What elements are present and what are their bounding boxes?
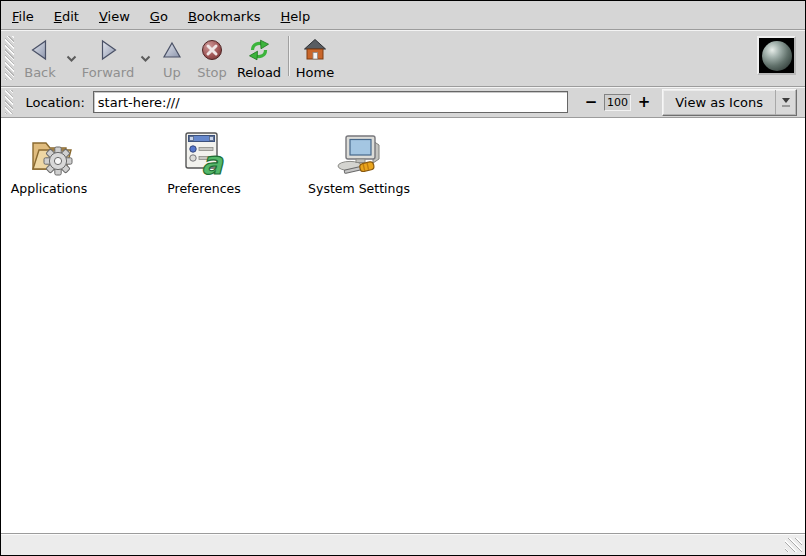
- preferences-window-icon: a: [180, 129, 228, 177]
- home-icon: [303, 36, 327, 63]
- location-bar: Location: − 100 + View as Icons: [1, 87, 805, 118]
- reload-icon: [247, 36, 271, 63]
- applications-folder-gear-icon: [25, 129, 73, 177]
- forward-history-dropdown[interactable]: [137, 52, 153, 66]
- toolbar-grip-handle[interactable]: [5, 36, 14, 80]
- icon-system-settings-label: System Settings: [308, 181, 410, 196]
- home-button[interactable]: Home: [292, 30, 338, 80]
- resize-grip[interactable]: [785, 538, 802, 552]
- throbber-sphere-icon: [762, 41, 792, 71]
- stop-button-label: Stop: [197, 65, 227, 80]
- up-button[interactable]: Up: [153, 30, 191, 80]
- location-input[interactable]: [93, 91, 568, 113]
- stop-icon: [200, 36, 224, 63]
- menu-view[interactable]: View: [89, 6, 140, 27]
- up-arrow-icon: [161, 36, 183, 63]
- reload-button[interactable]: Reload: [233, 30, 285, 80]
- stop-button[interactable]: Stop: [191, 30, 233, 80]
- back-button[interactable]: Back: [17, 30, 63, 80]
- chevron-down-icon: [140, 55, 151, 63]
- view-as-dropdown[interactable]: View as Icons: [662, 89, 797, 116]
- toolbar-separator: [288, 36, 289, 76]
- icon-applications[interactable]: Applications: [1, 118, 97, 196]
- reload-button-label: Reload: [237, 65, 281, 80]
- system-settings-computer-icon: [335, 129, 383, 177]
- icon-system-settings[interactable]: System Settings: [311, 118, 407, 196]
- menu-help[interactable]: Help: [271, 6, 321, 27]
- up-button-label: Up: [163, 65, 181, 80]
- chevron-down-icon: [66, 55, 77, 63]
- zoom-in-button[interactable]: +: [636, 94, 653, 110]
- status-bar: [1, 533, 805, 555]
- menu-edit[interactable]: Edit: [44, 6, 89, 27]
- zoom-out-button[interactable]: −: [583, 94, 600, 110]
- forward-button[interactable]: Forward: [79, 30, 137, 80]
- tool-bar: Back Forward U: [1, 30, 805, 87]
- locationbar-grip-handle[interactable]: [5, 90, 13, 114]
- icon-view-pane: Applications a Preferences: [1, 118, 805, 533]
- nautilus-window: File Edit View Go Bookmarks Help Back: [0, 0, 806, 556]
- combo-arrow-icon: [775, 90, 796, 115]
- back-arrow-icon: [28, 36, 52, 63]
- zoom-level-indicator[interactable]: 100: [604, 94, 630, 111]
- icon-applications-label: Applications: [11, 181, 87, 196]
- back-button-label: Back: [24, 65, 56, 80]
- location-label: Location:: [25, 95, 84, 110]
- menu-bar: File Edit View Go Bookmarks Help: [1, 1, 805, 30]
- forward-button-label: Forward: [82, 65, 134, 80]
- menu-file[interactable]: File: [2, 6, 44, 27]
- menu-go[interactable]: Go: [140, 6, 178, 27]
- back-history-dropdown[interactable]: [63, 52, 79, 66]
- menu-bookmarks[interactable]: Bookmarks: [178, 6, 271, 27]
- throbber: [757, 36, 796, 75]
- view-as-label: View as Icons: [663, 90, 775, 115]
- forward-arrow-icon: [96, 36, 120, 63]
- home-button-label: Home: [296, 65, 334, 80]
- icon-preferences[interactable]: a Preferences: [156, 118, 252, 196]
- icon-preferences-label: Preferences: [167, 181, 241, 196]
- svg-text:a: a: [201, 144, 224, 177]
